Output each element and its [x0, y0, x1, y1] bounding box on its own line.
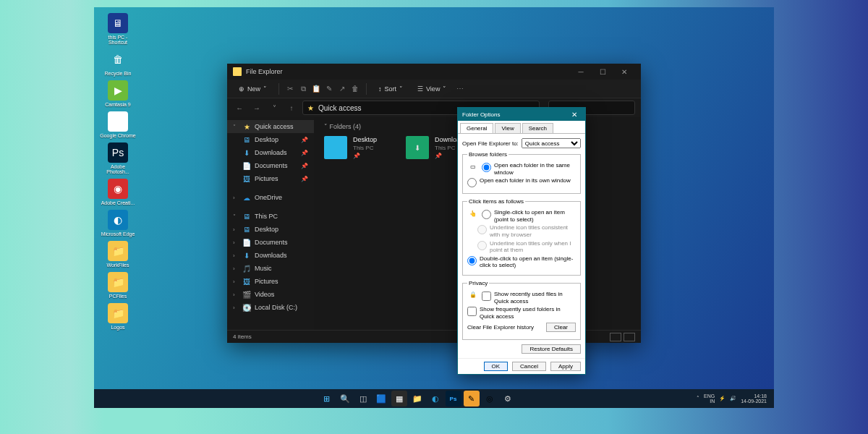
dialog-close-button[interactable]: ✕ — [568, 109, 581, 119]
chevron-up-icon[interactable]: ˄ — [697, 396, 699, 401]
paste-icon[interactable]: 📋 — [311, 84, 321, 94]
up-button[interactable]: ↑ — [285, 101, 298, 114]
sidebar-item-this-pc[interactable]: ˅🖥This PC — [227, 210, 314, 223]
browse-own-window-radio[interactable]: Open each folder in its own window — [467, 177, 576, 187]
clear-button[interactable]: Clear — [546, 323, 576, 332]
sidebar-item[interactable]: ›📄Documents — [227, 236, 314, 249]
privacy-group: Privacy 🔒 Show recently used files in Qu… — [462, 280, 581, 340]
sidebar-item[interactable]: 📄Documents📌 — [227, 159, 314, 172]
explorer-icon — [233, 67, 242, 76]
new-button[interactable]: ⊕ New ˅ — [233, 83, 273, 95]
sidebar-item[interactable]: ›🎵Music — [227, 262, 314, 275]
dialog-title-bar[interactable]: Folder Options ✕ — [458, 108, 585, 121]
start-button[interactable]: ⊞ — [319, 391, 335, 407]
sidebar-item[interactable]: ⬇Downloads📌 — [227, 146, 314, 159]
apply-button[interactable]: Apply — [550, 362, 581, 371]
clock[interactable]: 14:18 14-09-2021 — [741, 393, 767, 404]
cut-icon[interactable]: ✂ — [285, 84, 295, 94]
explorer-taskbar-icon[interactable]: 📁 — [409, 391, 425, 407]
desktop-icon[interactable]: PsAdobe Photosh... — [100, 142, 136, 174]
double-click-radio[interactable]: Double-click to open an item (single-cli… — [467, 255, 576, 269]
desktop-icon[interactable]: 📁PCFiles — [100, 272, 136, 299]
tab-general[interactable]: General — [460, 123, 493, 133]
recent-dropdown[interactable]: ˅ — [268, 101, 281, 114]
calculator-icon[interactable]: ▦ — [391, 391, 407, 407]
taskbar-search-icon[interactable]: 🔍 — [337, 391, 353, 407]
wifi-icon[interactable]: ⚡ — [719, 396, 726, 401]
chrome-taskbar-icon[interactable]: ◎ — [482, 391, 498, 407]
delete-icon[interactable]: 🗑 — [350, 84, 360, 94]
sidebar-item[interactable]: ›🖼Pictures — [227, 275, 314, 288]
desktop-icon[interactable]: 🗑Recycle Bin — [100, 49, 136, 76]
desktop-icon[interactable]: 🖥this PC - Shortcut — [100, 13, 136, 45]
underline-browser-radio: Underline icon titles consistent with my… — [477, 224, 576, 238]
desktop-icon[interactable]: ▶Camtasia 9 — [100, 80, 136, 107]
more-icon[interactable]: ⋯ — [455, 84, 465, 94]
forward-button[interactable]: → — [250, 101, 263, 114]
close-button[interactable]: ✕ — [613, 65, 635, 78]
dialog-pane: Open File Explorer to: Quick access Brow… — [458, 133, 585, 358]
restore-defaults-button[interactable]: Restore Defaults — [522, 344, 581, 354]
photoshop-taskbar-icon[interactable]: Ps — [446, 391, 461, 407]
share-icon[interactable]: ↗ — [337, 84, 347, 94]
details-view-button[interactable] — [610, 333, 621, 341]
sidebar-item[interactable]: ›🎬Videos — [227, 288, 314, 301]
privacy-icon: 🔒 — [467, 289, 479, 301]
minimize-button[interactable]: ─ — [570, 65, 592, 78]
single-click-radio[interactable]: Single-click to open an item (point to s… — [482, 209, 576, 223]
browse-icon: ▭ — [467, 161, 479, 172]
nav-sidebar: ˅★Quick access 🖥Desktop📌⬇Downloads📌📄Docu… — [227, 117, 314, 330]
window-title: File Explorer — [246, 68, 570, 75]
click-items-group: Click items as follows 👆 Single-click to… — [462, 198, 581, 276]
notes-taskbar-icon[interactable]: ✎ — [464, 391, 480, 407]
breadcrumb-text: Quick access — [318, 104, 361, 112]
browse-same-window-radio[interactable]: Open each folder in the same window — [482, 162, 576, 176]
dialog-tabs: General View Search — [458, 121, 585, 133]
sidebar-item[interactable]: ›💽Local Disk (C:) — [227, 301, 314, 314]
underline-point-radio: Underline icon titles only when I point … — [477, 240, 576, 254]
widgets-icon[interactable]: 🟦 — [373, 391, 389, 407]
show-recent-files-check[interactable]: Show recently used files in Quick access — [482, 291, 576, 305]
sort-button[interactable]: ↕ Sort ˅ — [373, 83, 409, 95]
maximize-button[interactable]: ☐ — [592, 65, 613, 78]
sidebar-item[interactable]: ›⬇Downloads — [227, 249, 314, 262]
desktop-icon[interactable]: ◎Google Chrome — [100, 111, 136, 138]
edge-taskbar-icon[interactable]: ◐ — [427, 391, 443, 407]
open-explorer-to-label: Open File Explorer to: — [462, 140, 519, 147]
sidebar-item[interactable]: 🖥Desktop📌 — [227, 133, 314, 146]
sidebar-item-onedrive[interactable]: ›☁OneDrive — [227, 191, 314, 204]
toolbar: ⊕ New ˅ ✂ ⧉ 📋 ✎ ↗ 🗑 ↕ Sort ˅ ☰ View ˅ ⋯ — [227, 80, 641, 98]
cancel-button[interactable]: Cancel — [512, 362, 546, 371]
sidebar-item[interactable]: 🖼Pictures📌 — [227, 172, 314, 185]
rename-icon[interactable]: ✎ — [324, 84, 334, 94]
desktop-icon[interactable]: ◉Adobe Creati... — [100, 179, 136, 205]
volume-icon[interactable]: 🔊 — [730, 396, 736, 401]
taskbar: ⊞ 🔍 ◫ 🟦 ▦ 📁 ◐ Ps ✎ ◎ ⚙ ˄ ENG IN ⚡ 🔊 14:1… — [94, 389, 774, 408]
star-icon: ★ — [307, 104, 314, 112]
dialog-title: Folder Options — [462, 111, 500, 118]
sidebar-item[interactable]: ›🖥Desktop — [227, 223, 314, 236]
sidebar-item-quick-access[interactable]: ˅★Quick access — [227, 120, 314, 133]
open-explorer-to-select[interactable]: Quick access — [522, 138, 581, 148]
system-tray[interactable]: ˄ ENG IN ⚡ 🔊 14:18 14-09-2021 — [697, 393, 774, 404]
language-indicator[interactable]: ENG IN — [704, 393, 715, 404]
folder-item[interactable]: DesktopThis PC📌 — [324, 136, 377, 159]
tab-search[interactable]: Search — [522, 123, 553, 133]
desktop-icon[interactable]: 📁Logos — [100, 303, 136, 330]
settings-taskbar-icon[interactable]: ⚙ — [500, 391, 516, 407]
title-bar[interactable]: File Explorer ─ ☐ ✕ — [227, 64, 641, 80]
back-button[interactable]: ← — [233, 101, 246, 114]
show-frequent-folders-check[interactable]: Show frequently used folders in Quick ac… — [467, 306, 576, 320]
clear-history-label: Clear File Explorer history — [467, 324, 543, 331]
click-icon: 👆 — [467, 208, 479, 219]
desktop-icon-column: 🖥this PC - Shortcut🗑Recycle Bin▶Camtasia… — [100, 13, 136, 330]
desktop-icon[interactable]: 📁WorkFiles — [100, 241, 136, 268]
ok-button[interactable]: OK — [484, 362, 509, 371]
tab-view[interactable]: View — [495, 123, 520, 133]
view-button[interactable]: ☰ View ˅ — [412, 83, 452, 95]
desktop-icon[interactable]: ◐Microsoft Edge — [100, 210, 136, 237]
task-view-icon[interactable]: ◫ — [355, 391, 371, 407]
icons-view-button[interactable] — [624, 333, 635, 341]
copy-icon[interactable]: ⧉ — [298, 84, 308, 94]
folder-options-dialog: Folder Options ✕ General View Search Ope… — [457, 107, 586, 375]
